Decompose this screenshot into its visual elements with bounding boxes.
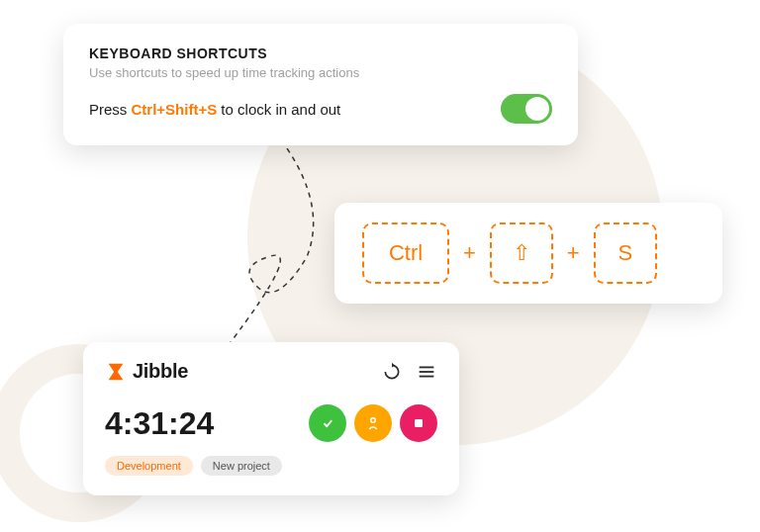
shortcuts-title: KEYBOARD SHORTCUTS	[89, 45, 552, 61]
key-combo-card: Ctrl + ⇧ + S	[334, 203, 722, 304]
toggle-knob	[525, 97, 549, 121]
plus-icon: +	[567, 240, 580, 266]
break-button[interactable]	[354, 404, 392, 442]
key-ctrl: Ctrl	[362, 222, 449, 284]
brand-name: Jibble	[133, 360, 188, 383]
shortcuts-instruction: Press Ctrl+Shift+S to clock in and out	[89, 101, 340, 118]
hotkey-text: Ctrl+Shift+S	[132, 101, 218, 118]
tag-activity[interactable]: Development	[105, 456, 193, 476]
svg-point-3	[371, 418, 376, 423]
tag-project[interactable]: New project	[201, 456, 282, 476]
key-s: S	[594, 222, 657, 284]
key-shift: ⇧	[490, 222, 553, 284]
sync-icon[interactable]	[382, 362, 402, 382]
svg-rect-4	[415, 419, 423, 427]
menu-icon[interactable]	[416, 361, 437, 383]
plus-icon: +	[463, 240, 476, 266]
timer-value: 4:31:24	[105, 405, 214, 442]
clock-in-button[interactable]	[309, 404, 346, 442]
shortcuts-subtitle: Use shortcuts to speed up time tracking …	[89, 65, 552, 80]
shortcuts-toggle[interactable]	[501, 94, 552, 124]
shortcuts-card: KEYBOARD SHORTCUTS Use shortcuts to spee…	[63, 24, 578, 145]
brand: Jibble	[105, 360, 188, 383]
tracker-card: Jibble 4:31:24	[83, 342, 459, 495]
stop-button[interactable]	[400, 404, 437, 442]
brand-icon	[105, 361, 127, 383]
